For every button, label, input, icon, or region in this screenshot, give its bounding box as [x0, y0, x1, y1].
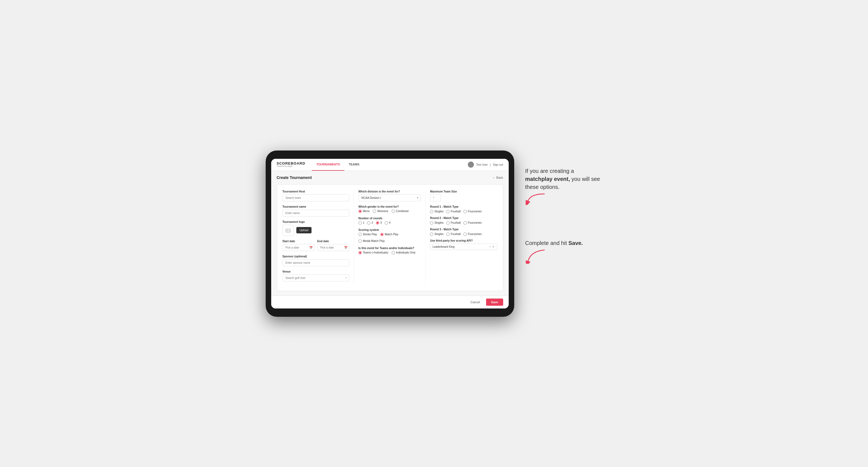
round3-label: Round 3 - Match Type	[430, 228, 497, 231]
round3-foursomes-label: Foursomes	[468, 232, 482, 236]
round2-foursomes-radio[interactable]	[463, 221, 467, 224]
round3-fourball-radio[interactable]	[446, 232, 450, 236]
sign-out-link[interactable]: Sign out	[493, 163, 503, 166]
round-3-radio[interactable]	[376, 221, 379, 224]
end-date-label: End date	[317, 240, 349, 243]
main-content: Create Tournament ← Back Tournament Host…	[271, 171, 509, 295]
save-button[interactable]: Save	[486, 299, 503, 306]
round-3[interactable]: 3	[376, 221, 382, 224]
gender-combined-label: Combined	[396, 210, 409, 213]
end-date-input[interactable]	[317, 244, 349, 251]
back-link[interactable]: ← Back	[492, 176, 503, 179]
scoring-match-label: Match Play	[385, 233, 398, 236]
round-2-radio[interactable]	[367, 221, 370, 224]
round3-foursomes-radio[interactable]	[463, 232, 467, 236]
end-date-group: End date 📅	[317, 240, 349, 251]
tournament-name-group: Tournament name	[282, 205, 349, 217]
max-team-size-group: Maximum Team Size	[430, 190, 497, 201]
round1-singles-radio[interactable]	[430, 210, 433, 213]
round3-fourball[interactable]: Fourball	[446, 232, 461, 236]
scoring-medal[interactable]: Medal Match Play	[359, 240, 385, 243]
round3-radios: Singles Fourball Foursomes	[430, 232, 497, 236]
round2-match-type: Round 2 - Match Type Singles Fourball	[430, 217, 497, 224]
scoring-match[interactable]: Match Play	[380, 233, 398, 236]
teams-radio[interactable]	[359, 251, 362, 254]
upload-button[interactable]: Upload	[296, 227, 312, 234]
round2-singles[interactable]: Singles	[430, 221, 443, 224]
teams-label: Is this event for Teams and/or Individua…	[359, 247, 421, 250]
round-2[interactable]: 2	[367, 221, 373, 224]
cancel-button[interactable]: Cancel	[467, 299, 483, 306]
api-chevron-icon[interactable]: ▼	[492, 245, 495, 248]
api-select-value: Leaderboard King	[432, 245, 455, 248]
round1-fourball[interactable]: Fourball	[446, 210, 461, 213]
round1-fourball-label: Fourball	[451, 210, 461, 213]
gender-label: Which gender is the event for?	[359, 205, 421, 208]
round3-foursomes[interactable]: Foursomes	[463, 232, 482, 236]
tournament-name-input[interactable]	[282, 210, 349, 217]
form-col-3: Maximum Team Size Round 1 - Match Type S…	[426, 190, 497, 285]
round-1[interactable]: 1	[359, 221, 365, 224]
max-team-size-label: Maximum Team Size	[430, 190, 497, 193]
round-1-radio[interactable]	[359, 221, 362, 224]
round2-singles-radio[interactable]	[430, 221, 433, 224]
scoring-match-radio[interactable]	[380, 233, 383, 236]
tournament-host-input[interactable]	[282, 194, 349, 201]
round3-singles-radio[interactable]	[430, 232, 433, 236]
round2-fourball-radio[interactable]	[446, 221, 450, 224]
individuals-option[interactable]: Individuals Only	[392, 251, 415, 254]
gender-radio-group: Mens Womens Combined	[359, 210, 421, 213]
scoring-stroke-label: Stroke Play	[363, 233, 377, 236]
max-team-size-input[interactable]	[430, 194, 441, 201]
tab-tournaments[interactable]: TOURNAMENTS	[312, 159, 344, 171]
form-card: Tournament Host Tournament name Tourname…	[277, 184, 503, 291]
sponsor-input[interactable]	[282, 259, 349, 266]
round1-foursomes-radio[interactable]	[463, 210, 467, 213]
gender-mens-radio[interactable]	[359, 210, 362, 213]
sponsor-label: Sponsor (optional)	[282, 255, 349, 258]
round-4-radio[interactable]	[385, 221, 388, 224]
logo-placeholder	[282, 225, 293, 236]
scoring-medal-radio[interactable]	[359, 240, 362, 243]
venue-input[interactable]	[282, 275, 349, 281]
round1-foursomes[interactable]: Foursomes	[463, 210, 482, 213]
round1-fourball-radio[interactable]	[446, 210, 450, 213]
scoring-stroke-radio[interactable]	[359, 233, 362, 236]
gender-mens[interactable]: Mens	[359, 210, 370, 213]
annotation-top: If you are creating a matchplay event, y…	[525, 167, 602, 206]
venue-group: Venue	[282, 270, 349, 281]
start-date-input[interactable]	[282, 244, 315, 251]
avatar	[468, 161, 474, 168]
round-4[interactable]: 4	[385, 221, 391, 224]
round2-foursomes-label: Foursomes	[468, 221, 482, 224]
teams-group: Is this event for Teams and/or Individua…	[359, 247, 421, 254]
teams-option[interactable]: Teams (+Individuals)	[359, 251, 388, 254]
tournament-logo-label: Tournament logo	[282, 220, 349, 223]
right-annotations: If you are creating a matchplay event, y…	[525, 151, 602, 276]
gender-combined-radio[interactable]	[392, 210, 395, 213]
round3-singles[interactable]: Singles	[430, 232, 443, 236]
division-label: Which division is the event for?	[359, 190, 421, 193]
round-4-label: 4	[389, 221, 391, 224]
arrow-left-icon	[525, 191, 547, 205]
gender-combined[interactable]: Combined	[392, 210, 409, 213]
individuals-radio[interactable]	[392, 251, 395, 254]
venue-select-wrapper	[282, 275, 349, 281]
division-select[interactable]: NCAA Division I	[359, 194, 421, 201]
gender-womens-radio[interactable]	[373, 210, 376, 213]
api-clear-icon[interactable]: ×	[489, 245, 491, 248]
round2-radios: Singles Fourball Foursomes	[430, 221, 497, 224]
round2-foursomes[interactable]: Foursomes	[463, 221, 482, 224]
scoring-stroke[interactable]: Stroke Play	[359, 233, 377, 236]
tab-teams[interactable]: TEAMS	[344, 159, 364, 171]
round2-fourball[interactable]: Fourball	[446, 221, 461, 224]
division-group: Which division is the event for? NCAA Di…	[359, 190, 421, 201]
rounds-group: Number of rounds 1 2	[359, 217, 421, 224]
date-row: Start date 📅 End date	[282, 240, 349, 251]
round1-singles[interactable]: Singles	[430, 210, 443, 213]
api-select-wrapper[interactable]: Leaderboard King × ▼	[430, 244, 497, 250]
annotation-top-text: If you are creating a matchplay event, y…	[525, 167, 602, 191]
scoring-group: Scoring system Stroke Play Match Play	[359, 228, 421, 243]
gender-womens[interactable]: Womens	[373, 210, 388, 213]
scoring-medal-label: Medal Match Play	[363, 240, 385, 243]
